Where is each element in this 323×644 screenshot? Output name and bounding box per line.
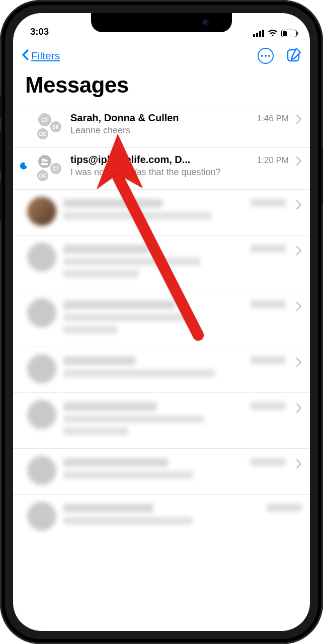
chevron-right-icon (296, 243, 305, 258)
compose-button[interactable] (287, 47, 302, 64)
redacted-time (251, 199, 286, 207)
avatar-initials: DC (36, 169, 49, 182)
volume-down-button (0, 181, 1, 221)
chevron-right-icon (296, 456, 305, 471)
chevron-right-icon (296, 400, 305, 415)
avatar-initials: CT (49, 162, 62, 175)
redacted-content (63, 243, 244, 282)
status-indicators (253, 30, 297, 37)
svg-point-2 (45, 159, 48, 162)
conversation-preview: Leanne cheers (70, 125, 287, 136)
chevron-right-icon (296, 153, 305, 168)
notch (91, 13, 232, 32)
conversation-time: 1:20 PM (257, 155, 289, 166)
page-title: Messages (25, 72, 129, 98)
redacted-content (63, 354, 244, 381)
redacted-time (267, 504, 302, 512)
avatar-redacted (27, 400, 56, 429)
chevron-right-icon (296, 354, 305, 369)
chevron-right-icon (296, 298, 305, 313)
avatar-redacted (27, 354, 56, 383)
wifi-icon (268, 30, 278, 37)
redacted-content (63, 197, 244, 224)
more-options-button[interactable] (258, 48, 274, 64)
avatar-redacted (27, 456, 56, 485)
navigation-bar: Filters (13, 42, 310, 67)
unread-indicator (20, 111, 27, 120)
avatar-redacted (27, 298, 56, 328)
conversation-row-redacted[interactable] (13, 189, 310, 235)
conversation-row[interactable]: CT SK DC Sarah, Donna & Cullen 1:46 PM L… (13, 106, 310, 147)
redacted-content (63, 400, 244, 439)
conversation-row[interactable]: CT DC tips@iphonelife.com, D... 1:20 PM … (13, 147, 310, 189)
conversation-row-redacted[interactable] (13, 392, 310, 448)
conversation-row-redacted[interactable] (13, 448, 310, 494)
battery-icon (281, 30, 297, 37)
avatar-redacted (27, 502, 56, 531)
redacted-content (63, 502, 260, 529)
redacted-content (63, 298, 244, 338)
redacted-time (251, 402, 286, 410)
volume-up-button (0, 131, 1, 171)
status-time: 3:03 (30, 26, 49, 37)
avatar-redacted (27, 243, 56, 272)
silent-switch (0, 96, 1, 118)
conversation-list[interactable]: CT SK DC Sarah, Donna & Cullen 1:46 PM L… (13, 106, 310, 631)
chevron-left-icon (21, 49, 29, 63)
redacted-time (251, 245, 286, 253)
do-not-disturb-icon (20, 153, 27, 172)
chevron-right-icon (296, 197, 305, 212)
avatar-initials: SK (49, 120, 62, 133)
back-label: Filters (31, 50, 60, 62)
conversation-row-redacted[interactable] (13, 347, 310, 392)
conversation-title: tips@iphonelife.com, D... (70, 154, 190, 166)
svg-point-1 (42, 158, 45, 162)
conversation-row-redacted[interactable] (13, 291, 310, 347)
redacted-time (251, 356, 286, 364)
back-button[interactable]: Filters (21, 49, 60, 63)
device-frame: 3:03 Filters (0, 0, 323, 644)
group-avatar: CT SK DC (34, 111, 63, 140)
screen: 3:03 Filters (13, 13, 310, 631)
conversation-title: Sarah, Donna & Cullen (70, 112, 179, 124)
chevron-right-icon (296, 111, 305, 126)
avatar-redacted (27, 197, 56, 226)
conversation-preview: I was notified! Was that the question? (70, 167, 287, 178)
redacted-content (63, 456, 244, 483)
avatar-initials: DC (36, 127, 49, 140)
redacted-time (251, 458, 286, 466)
conversation-time: 1:46 PM (257, 114, 289, 124)
conversation-row-redacted[interactable] (13, 235, 310, 291)
conversation-row-redacted[interactable] (13, 494, 310, 540)
cellular-signal-icon (253, 30, 264, 37)
redacted-time (251, 300, 286, 308)
group-avatar: CT DC (34, 153, 63, 182)
